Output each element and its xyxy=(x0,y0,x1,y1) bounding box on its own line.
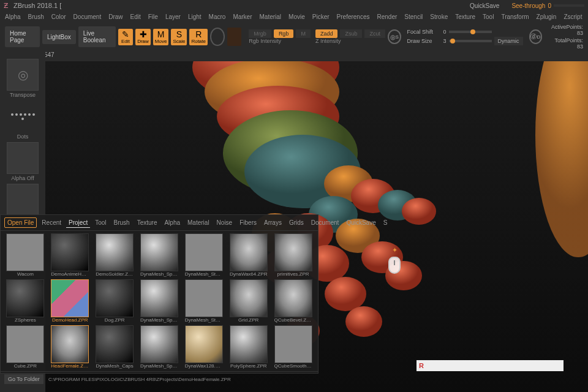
live-boolean-button[interactable]: Live Boolean xyxy=(78,26,116,47)
lb-tab[interactable]: Document xyxy=(309,218,342,227)
menu-item[interactable]: Brush xyxy=(28,13,44,20)
lb-item[interactable]: PolySphere.ZPR xyxy=(227,325,270,369)
lb-item[interactable]: Dog.ZPR xyxy=(94,279,136,323)
menu-item[interactable]: Alpha xyxy=(5,13,21,20)
lb-item[interactable]: DynaMesh_Sphere xyxy=(138,233,181,277)
menu-item[interactable]: Draw xyxy=(108,13,123,20)
lb-tab[interactable]: Grids xyxy=(287,218,306,227)
menu-item[interactable]: Zscript xyxy=(564,13,582,20)
menu-item[interactable]: Stroke xyxy=(430,13,448,20)
lightbox-button[interactable]: LightBox xyxy=(42,30,76,44)
lb-item[interactable]: primitives.ZPR xyxy=(272,233,314,277)
lb-item[interactable]: DynaMesh_Sphere xyxy=(138,279,181,323)
lb-tab-openfile[interactable]: Open File xyxy=(4,217,37,228)
lb-item[interactable]: Cube.ZPR xyxy=(4,325,47,369)
app-logo: Ƶ xyxy=(4,2,9,10)
menu-item[interactable]: Stencil xyxy=(404,13,423,20)
seethrough-label: See-through xyxy=(511,2,545,9)
lb-item[interactable]: DemoSoldier.ZPR xyxy=(94,233,136,277)
menu-item[interactable]: Document xyxy=(74,13,102,20)
zadd-button[interactable]: Zadd xyxy=(315,29,338,38)
lb-item[interactable]: DynaMesh_Stone xyxy=(183,233,225,277)
lb-item[interactable]: DynaWax64.ZPR xyxy=(227,233,270,277)
color-swatch[interactable] xyxy=(227,28,241,46)
menu-item[interactable]: Color xyxy=(51,13,66,20)
transpose-icon: ◎ xyxy=(18,67,28,82)
lightbox-panel: Open File Recent Project Tool Brush Text… xyxy=(0,214,318,374)
lb-item[interactable]: DynaWax128.ZPR xyxy=(183,325,225,369)
menu-item[interactable]: Layer xyxy=(165,13,181,20)
m-button[interactable]: M xyxy=(296,29,311,38)
lb-item[interactable]: Grid.ZPR xyxy=(227,279,270,323)
menu-item[interactable]: Render xyxy=(377,13,398,20)
rotate-mode-button[interactable]: RRotate xyxy=(189,29,208,45)
lb-tab-project[interactable]: Project xyxy=(66,218,90,228)
lb-tab[interactable]: Brush xyxy=(111,218,132,227)
menu-item[interactable]: Tool xyxy=(483,13,494,20)
svg-point-8 xyxy=(402,198,436,225)
menu-item[interactable]: Material xyxy=(260,13,282,20)
lb-item[interactable]: DynaMesh_Sphere xyxy=(138,325,181,369)
lb-item[interactable]: QCubeSmooth.ZPR xyxy=(272,325,314,369)
lb-item[interactable]: ZSpheres xyxy=(4,279,47,323)
app-title: ZBrush 2018.1 [ xyxy=(13,2,61,9)
move-mode-button[interactable]: MMove xyxy=(153,29,169,45)
draw-icon-ring[interactable]: ⓓD xyxy=(529,29,543,44)
command-field[interactable] xyxy=(426,360,564,371)
lb-tab[interactable]: Tool xyxy=(92,218,108,227)
zcut-button[interactable]: Zcut xyxy=(364,29,385,38)
lb-item[interactable]: DynaMesh_Stone xyxy=(183,279,225,323)
zsub-button[interactable]: Zsub xyxy=(340,29,362,38)
lb-tab[interactable]: Texture xyxy=(135,218,160,227)
home-button[interactable]: Home Page xyxy=(5,26,40,47)
edit-icon: ✎ xyxy=(120,30,132,39)
scale-mode-button[interactable]: SScale xyxy=(171,29,187,45)
dynamic-toggle[interactable]: Dynamic xyxy=(494,37,523,45)
draw-size-value: 3 xyxy=(443,38,447,44)
rgb-button[interactable]: Rgb xyxy=(274,29,294,38)
quicksave-button[interactable]: QuickSave xyxy=(470,2,499,9)
lb-item[interactable]: HeadFemale.ZPR xyxy=(49,325,91,369)
lb-tab[interactable]: Alpha xyxy=(162,218,183,227)
lb-item[interactable]: DemoAnimeHead xyxy=(49,233,91,277)
dots-slot[interactable]: Dots xyxy=(4,100,41,140)
lb-item[interactable]: DynaMesh_Caps xyxy=(94,325,136,369)
menu-item[interactable]: Picker xyxy=(312,13,330,20)
menu-item[interactable]: Zplugin xyxy=(537,13,557,20)
transpose-slot[interactable]: ◎ Transpose xyxy=(4,59,41,98)
seethrough-slider[interactable] xyxy=(554,4,584,7)
lb-tab[interactable]: Arrays xyxy=(262,218,284,227)
focal-shift-slider[interactable] xyxy=(449,31,492,33)
menu-item[interactable]: Movie xyxy=(288,13,305,20)
z-intensity-label: Z Intensity xyxy=(315,38,341,44)
lb-tab[interactable]: Fibers xyxy=(237,218,259,227)
edit-mode-button[interactable]: ✎Edit xyxy=(118,29,134,45)
alpha-slot[interactable]: Alpha Off xyxy=(4,142,41,181)
lb-item[interactable]: QCubeBevel.ZPR xyxy=(272,279,314,323)
draw-mode-button[interactable]: ✚Draw xyxy=(135,29,151,45)
menu-item[interactable]: Transform xyxy=(501,13,529,20)
lb-tab[interactable]: S xyxy=(381,218,390,227)
draw-size-slider[interactable] xyxy=(449,40,492,42)
main-menu: Alpha Brush Color Document Draw Edit Fil… xyxy=(0,11,588,22)
focal-icon[interactable]: ◎S xyxy=(388,29,401,44)
lb-tab[interactable]: Material xyxy=(185,218,212,227)
brush-ring[interactable] xyxy=(210,28,225,46)
menu-item[interactable]: Light xyxy=(188,13,202,20)
menu-item[interactable]: Texture xyxy=(455,13,475,20)
menu-item[interactable]: Macro xyxy=(209,13,226,20)
lb-tab[interactable]: QuickSave xyxy=(344,218,378,227)
menu-item[interactable]: Marker xyxy=(233,13,252,20)
command-input[interactable]: R xyxy=(417,360,564,371)
mrgb-button[interactable]: Mrgb xyxy=(249,29,271,38)
lb-tab[interactable]: Noise xyxy=(214,218,235,227)
lb-item[interactable]: Wacom xyxy=(4,233,47,277)
lb-tab[interactable]: Recent xyxy=(39,218,64,227)
menu-item[interactable]: Edit xyxy=(130,13,141,20)
menu-item[interactable]: File xyxy=(148,13,158,20)
lb-item[interactable]: DemoHead.ZPR xyxy=(49,279,91,323)
draw-size-label: Draw Size xyxy=(407,38,441,44)
menu-item[interactable]: Preferences xyxy=(337,13,370,20)
goto-folder-button[interactable]: Go To Folder xyxy=(4,374,43,384)
focal-shift-label: Focal Shift xyxy=(407,29,441,35)
